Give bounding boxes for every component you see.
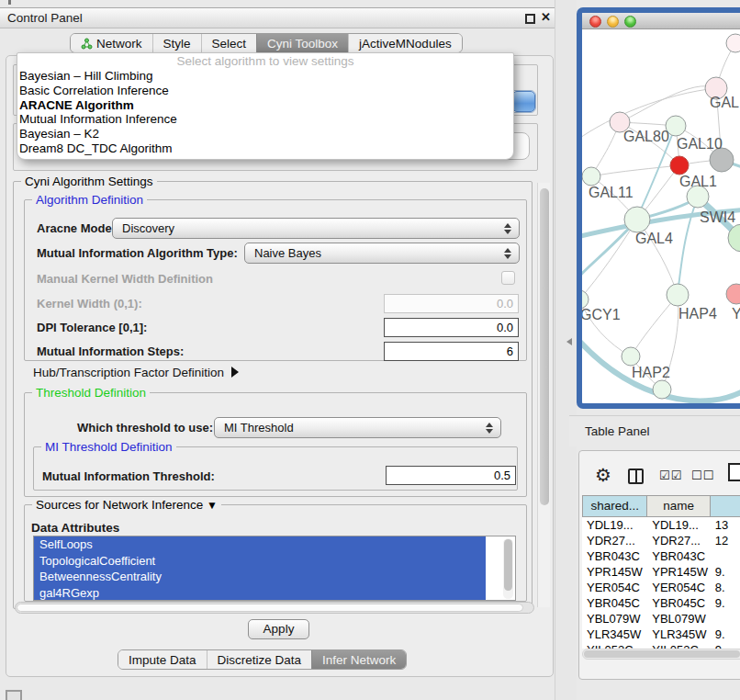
table-row[interactable]: YBR043CYBR043C (582, 548, 740, 564)
float-window-icon[interactable] (525, 14, 535, 24)
gear-icon[interactable]: ⚙ (595, 464, 611, 486)
mi-type-value: Naive Bayes (254, 246, 321, 260)
control-panel-title: Control Panel (7, 11, 83, 25)
collapse-left-icon[interactable] (566, 338, 572, 345)
combo-arrow-button[interactable] (512, 91, 535, 112)
network-node-gal11[interactable] (582, 167, 600, 186)
dropdown-items: Bayesian – Hill ClimbingBasic Correlatio… (17, 69, 513, 156)
table-row[interactable]: YLR345WYLR345W9. (582, 627, 740, 642)
hub-definition-toggle[interactable]: Hub/Transcription Factor Definition (33, 366, 239, 379)
algorithm-option-basic-correlation-inference[interactable]: Basic Correlation Inference (17, 84, 513, 98)
network-canvas[interactable]: GALGAL80GAL10GAL1GAL11SWI4GAL4GCY1HAP4YH… (582, 29, 740, 403)
sources-group-title[interactable]: Sources for Network Inference ▼ (32, 498, 221, 512)
aracne-mode-combo[interactable]: Discovery (112, 218, 520, 239)
scrollbar-thumb[interactable] (584, 650, 740, 658)
settings-vertical-scrollbar[interactable] (537, 183, 550, 607)
network-node[interactable] (653, 380, 671, 399)
zoom-traffic-light[interactable] (624, 16, 636, 28)
select-all-icon[interactable]: ☑☑ (659, 469, 682, 482)
network-edge[interactable] (591, 165, 679, 176)
scrollbar-thumb[interactable] (504, 539, 512, 591)
attribute-betweennesscentrality[interactable]: BetweennessCentrality (34, 569, 486, 585)
table-cell: YPR145W (582, 564, 647, 580)
column-header-name[interactable]: name (647, 495, 711, 517)
column-header-shared[interactable]: shared... (582, 495, 647, 517)
table-body: YDL19...YDL19...13YDR27...YDR27...12YBR0… (582, 517, 740, 649)
tab-style[interactable]: Style (152, 34, 201, 52)
scrollbar-thumb[interactable] (17, 604, 523, 612)
table-cell: YBR045C (647, 595, 711, 611)
show-columns-icon[interactable] (628, 469, 644, 484)
close-traffic-light[interactable] (589, 16, 601, 28)
algorithm-option-bayesian-hill-climbing[interactable]: Bayesian – Hill Climbing (17, 69, 513, 84)
scrollbar-thumb[interactable] (540, 188, 549, 505)
algorithm-option-mutual-information-inference[interactable]: Mutual Information Inference (17, 112, 513, 127)
mi-threshold-field[interactable]: 0.5 (386, 466, 516, 485)
minimize-traffic-light[interactable] (607, 16, 619, 28)
table-row[interactable]: YBR045CYBR045C9. (582, 595, 740, 611)
tab-impute-data[interactable]: Impute Data (118, 650, 207, 669)
kernel-width-label: Kernel Width (0,1): (37, 297, 142, 310)
network-node-gal1[interactable] (670, 156, 689, 175)
network-edge[interactable] (631, 295, 678, 356)
attribute-gal4rgexp[interactable]: gal4RGexp (34, 585, 486, 602)
algorithm-option-bayesian-k2[interactable]: Bayesian – K2 (17, 127, 513, 141)
threshold-definition-title: Threshold Definition (32, 386, 150, 400)
table-cell: 9 (711, 642, 740, 649)
network-view-window[interactable]: GALGAL80GAL10GAL1GAL11SWI4GAL4GCY1HAP4YH… (577, 7, 740, 409)
network-node-hap4[interactable] (667, 284, 689, 306)
data-attributes-label: Data Attributes (31, 521, 119, 535)
network-node-hap2[interactable] (622, 347, 640, 366)
table-row[interactable]: YDL19...YDL19...13 (582, 517, 740, 533)
table-row[interactable]: YER054CYER054C8. (582, 580, 740, 595)
panel-divider[interactable] (555, 0, 577, 700)
close-icon[interactable]: ✕ (541, 10, 551, 24)
table-row[interactable]: YPR145WYPR145W9. (582, 564, 740, 580)
network-node[interactable] (726, 34, 740, 52)
tab-cyni-toolbox[interactable]: Cyni Toolbox (256, 34, 348, 52)
table-cell: YDR27... (582, 533, 647, 548)
column-header-extra[interactable] (711, 495, 740, 517)
table-row[interactable]: YDR27...YDR27...12 (582, 533, 740, 548)
window-resize-tick (8, 0, 11, 5)
network-node-y[interactable] (726, 284, 740, 304)
minimized-panel-icon[interactable] (6, 690, 22, 700)
tab-label: Network (96, 34, 142, 53)
node-label-gal10: GAL10 (677, 136, 723, 152)
network-node-gal4[interactable] (624, 207, 650, 232)
table-row[interactable]: YIL052CYIL052C9 (582, 642, 740, 649)
network-window-titlebar[interactable] (582, 13, 740, 29)
network-node-gcy1[interactable] (582, 290, 589, 309)
spinner-arrows-icon (486, 422, 493, 435)
deselect-all-icon[interactable]: ☐☐ (691, 469, 714, 482)
table-row[interactable]: YBL079WYBL079W (582, 611, 740, 627)
settings-horizontal-scrollbar[interactable] (15, 602, 534, 614)
mi-type-combo[interactable]: Naive Bayes (244, 243, 520, 264)
table-cell: YLR345W (647, 627, 711, 642)
tab-select[interactable]: Select (201, 34, 257, 52)
which-threshold-combo[interactable]: MI Threshold (214, 417, 501, 438)
tab-jactivemnodules[interactable]: jActiveMNodules (348, 34, 462, 52)
attribute-topologicalcoefficient[interactable]: TopologicalCoefficient (34, 553, 486, 570)
tab-network[interactable]: Network (71, 34, 152, 52)
mi-steps-field[interactable]: 6 (384, 342, 519, 361)
table-horizontal-scrollbar[interactable] (582, 649, 740, 660)
network-edge[interactable] (620, 86, 716, 122)
table-cell: YDR27... (647, 533, 711, 548)
manual-kernel-checkbox[interactable] (501, 271, 515, 285)
algorithm-option-aracne-algorithm[interactable]: ARACNE Algorithm (17, 98, 513, 113)
table-cell: 8. (711, 580, 740, 595)
tab-discretize-data[interactable]: Discretize Data (207, 650, 312, 669)
kernel-width-field[interactable]: 0.0 (384, 294, 519, 313)
apply-button[interactable]: Apply (248, 619, 309, 639)
new-table-icon[interactable] (728, 463, 740, 481)
which-threshold-label: Which threshold to use: (77, 421, 213, 435)
attribute-selfloops[interactable]: SelfLoops (34, 536, 486, 553)
network-edge[interactable] (678, 198, 698, 295)
manual-kernel-label: Manual Kernel Width Definition (37, 272, 213, 286)
algorithm-dropdown-popup: Select algorithm to view settings Bayesi… (17, 52, 514, 160)
algorithm-option-dream8-dc-tdc-algorithm[interactable]: Dream8 DC_TDC Algorithm (17, 141, 513, 156)
dpi-tolerance-field[interactable]: 0.0 (384, 318, 519, 337)
list-vertical-scrollbar[interactable] (503, 538, 513, 599)
tab-infer-network[interactable]: Infer Network (311, 650, 406, 669)
